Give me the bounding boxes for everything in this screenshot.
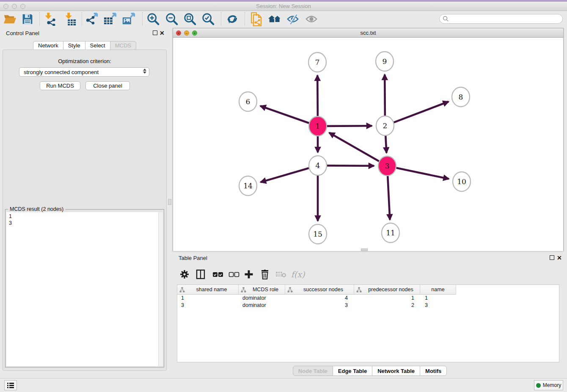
graph-node-label: 8 (459, 93, 463, 101)
toolbar-separator (82, 12, 82, 26)
select-all-icon[interactable] (212, 268, 224, 280)
zoom-out-icon[interactable] (165, 12, 179, 26)
graph-edge-3-11[interactable] (388, 174, 390, 220)
cell-name[interactable]: 3 (420, 302, 456, 309)
tab-mcds[interactable]: MCDS (110, 41, 136, 50)
select-stepper-icon (143, 69, 146, 74)
graph-edge-2-8[interactable] (392, 102, 449, 123)
mcds-result-title: MCDS result (2 nodes) (8, 206, 65, 212)
cell-mcds-role[interactable]: dominator (239, 295, 285, 302)
window-titlebar[interactable]: Session: New Session (0, 2, 567, 11)
float-table-panel-icon[interactable] (550, 255, 554, 260)
column-header-successor-nodes[interactable]: successor nodes (285, 285, 354, 295)
control-panel-tabs: Network Style Select MCDS (33, 41, 136, 50)
mcds-result-line: 3 (9, 220, 163, 226)
memory-status-icon (536, 383, 541, 388)
network-window-titlebar[interactable]: ✕ − + scc.txt (173, 28, 563, 38)
network-resize-handle[interactable] (361, 248, 368, 251)
tab-select[interactable]: Select (85, 41, 110, 50)
column-header-predecessor-nodes[interactable]: predecessor nodes (354, 285, 420, 295)
delete-table-icon[interactable] (275, 268, 287, 280)
graph-edge-3-10[interactable] (395, 168, 449, 179)
add-column-icon[interactable] (243, 268, 255, 280)
cell-predecessor-nodes[interactable]: 1 (354, 295, 420, 302)
task-history-button[interactable] (4, 380, 17, 390)
refresh-icon[interactable] (225, 12, 239, 26)
export-table-icon[interactable] (103, 12, 118, 26)
graph-edge-1-6[interactable] (260, 106, 311, 124)
show-graphics-details-icon[interactable] (304, 12, 319, 26)
graph-node-label: 10 (457, 177, 466, 186)
graph-edge-2-3[interactable] (385, 133, 386, 153)
close-table-panel-icon[interactable]: ✕ (557, 256, 562, 260)
optimization-criterion-label: Optimization criterion: (0, 58, 169, 64)
run-mcds-button[interactable]: Run MCDS (40, 81, 80, 90)
cell-shared-name[interactable]: 3 (177, 302, 239, 309)
hierarchy-icon (179, 287, 185, 293)
column-header-name[interactable]: name (420, 285, 456, 295)
result-scrollbar[interactable] (158, 212, 163, 366)
memory-button[interactable]: Memory (534, 380, 563, 390)
table-panel-header: Table Panel ✕ (173, 252, 567, 263)
show-columns-icon[interactable] (195, 268, 206, 280)
import-network-icon[interactable] (42, 12, 57, 26)
tab-node-table[interactable]: Node Table (293, 366, 333, 376)
graph-node-label: 4 (316, 161, 320, 170)
toolbar-separator (221, 12, 221, 26)
zoom-in-icon[interactable] (146, 12, 160, 26)
zoom-selected-icon[interactable] (201, 12, 215, 26)
zoom-fit-icon[interactable] (183, 12, 197, 26)
cell-successor-nodes[interactable]: 3 (285, 302, 354, 309)
tab-style[interactable]: Style (63, 41, 85, 50)
delete-column-icon[interactable] (259, 268, 271, 280)
main-toolbar (0, 11, 567, 27)
cell-shared-name[interactable]: 1 (177, 295, 239, 302)
duplicate-network-icon[interactable] (249, 12, 263, 26)
window-title: Session: New Session (0, 3, 567, 9)
toolbar-separator (39, 12, 40, 26)
close-panel-icon[interactable]: ✕ (160, 31, 165, 36)
cell-name[interactable]: 1 (420, 295, 456, 302)
tab-motifs[interactable]: Motifs (420, 366, 447, 376)
table-row[interactable]: 1 dominator 4 1 1 (177, 295, 559, 302)
network-window-title: scc.txt (173, 30, 563, 36)
open-session-icon[interactable] (3, 12, 17, 26)
graph-node-label: 1 (316, 122, 320, 130)
tab-edge-table[interactable]: Edge Table (333, 366, 372, 376)
close-panel-button[interactable]: Close panel (85, 81, 130, 90)
graph-node-label: 6 (246, 97, 250, 106)
table-settings-icon[interactable] (179, 268, 190, 280)
tab-network-table[interactable]: Network Table (372, 366, 420, 376)
cell-predecessor-nodes[interactable]: 2 (354, 302, 420, 309)
deselect-all-icon[interactable] (228, 268, 240, 280)
memory-label: Memory (543, 382, 561, 388)
hide-graphics-details-icon[interactable] (286, 12, 300, 26)
graph-edge-1-7[interactable] (317, 75, 318, 119)
save-session-icon[interactable] (20, 12, 35, 26)
network-canvas[interactable]: 1234678910111415 (173, 38, 563, 251)
home-layout-icon[interactable] (267, 12, 282, 26)
cell-mcds-role[interactable]: dominator (239, 302, 285, 309)
graph-node-label: 2 (383, 121, 388, 130)
graph-edge-2-9[interactable] (385, 75, 385, 118)
panel-splitter-handle[interactable] (168, 199, 171, 205)
export-network-icon[interactable] (85, 12, 99, 26)
graph-edge-4-3[interactable] (325, 166, 374, 166)
export-image-icon[interactable] (122, 12, 136, 26)
mcds-result-list[interactable]: 1 3 (6, 212, 163, 366)
column-header-shared-name[interactable]: shared name (177, 285, 239, 295)
table-row[interactable]: 3 dominator 3 2 3 (177, 302, 559, 309)
graph-edge-3-1[interactable] (329, 133, 380, 162)
import-table-icon[interactable] (63, 12, 77, 26)
graph-edge-1-2[interactable] (325, 126, 372, 126)
search-input[interactable] (439, 14, 563, 24)
column-header-mcds-role[interactable]: MCDS role (239, 285, 285, 295)
float-panel-icon[interactable] (153, 30, 157, 35)
graph-edge-4-14[interactable] (261, 168, 311, 182)
tab-network[interactable]: Network (33, 41, 63, 50)
criterion-select[interactable]: strongly connected component (19, 67, 149, 77)
criterion-value: strongly connected component (24, 69, 99, 75)
function-builder-icon[interactable]: f(x) (292, 268, 304, 280)
cell-successor-nodes[interactable]: 4 (285, 295, 354, 302)
network-graph[interactable]: 1234678910111415 (173, 38, 563, 251)
